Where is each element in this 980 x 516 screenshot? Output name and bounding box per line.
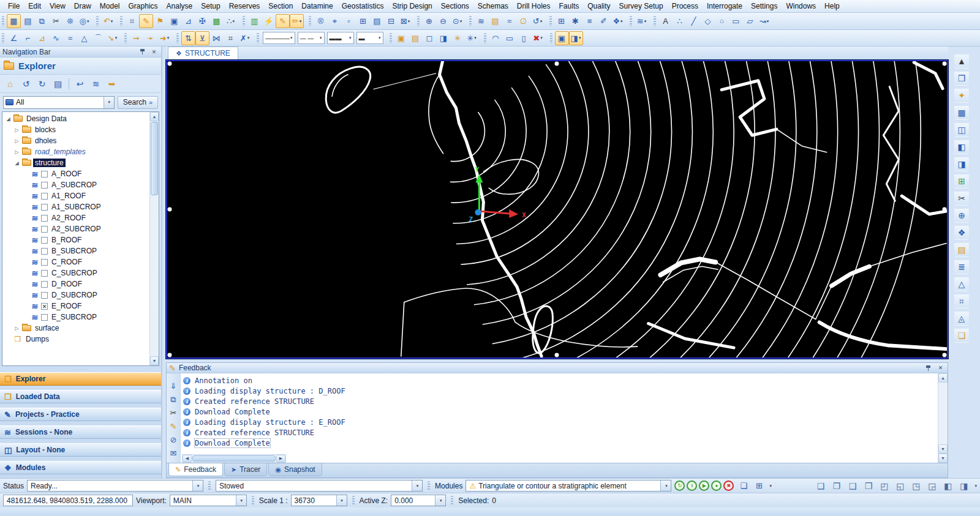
right-toolbar-icon[interactable]: ⊕	[954, 208, 969, 223]
toolbar-icon[interactable]: ⊻	[195, 31, 209, 45]
panel-button-modules[interactable]: ❖Modules	[0, 461, 161, 474]
toolbar-grip-handle[interactable]	[243, 16, 245, 26]
toolbar-icon[interactable]: ≋	[474, 14, 488, 28]
view-cube-icon[interactable]: ◰	[877, 479, 891, 492]
filter-dropdown[interactable]: All ▾	[3, 96, 115, 109]
chevron-down-icon[interactable]: ▾	[192, 480, 203, 491]
toolbar-icon[interactable]: ⊠▾	[398, 14, 412, 28]
toolbar-icon[interactable]: ▤	[488, 14, 502, 28]
panel-button-layout-none[interactable]: ◫Layout - None	[0, 443, 161, 457]
expander-icon[interactable]: ◢	[5, 116, 12, 122]
playback-control-button[interactable]: ●	[711, 480, 722, 491]
toolbar-icon[interactable]: ↺▾	[530, 14, 545, 28]
toolbar-grip-handle[interactable]	[257, 33, 259, 43]
toolbar-icon[interactable]: ∿	[49, 31, 63, 45]
tree-item-road-templates[interactable]: ▷road_templates	[2, 146, 149, 157]
nav-toolbar-icon[interactable]: ▤	[50, 77, 66, 91]
toolbar-icon[interactable]: ◨▾	[569, 31, 583, 45]
feedback-tool-icon[interactable]: ⇓	[168, 381, 179, 391]
panel-splitter[interactable]: ·····	[0, 366, 161, 372]
tree-item-d-subcrop[interactable]: ≋D_SUBCROP	[2, 290, 149, 301]
toolbar-icon[interactable]: ⌒	[91, 31, 105, 45]
statusbar-grip[interactable]	[428, 481, 430, 491]
viewport-handle[interactable]	[167, 353, 172, 357]
playback-control-button[interactable]: ↻	[674, 480, 685, 491]
right-toolbar-icon[interactable]: ◧	[954, 140, 969, 154]
scrollbar-track[interactable]	[150, 196, 159, 356]
scroll-down-icon[interactable]: ▼	[938, 454, 948, 463]
statusbar-tool-icon[interactable]: ⊞	[752, 479, 766, 492]
toolbar-icon[interactable]: ◻	[423, 31, 437, 45]
toolbar-icon[interactable]: ∴	[673, 14, 687, 28]
toolbar-icon[interactable]: ➘▾	[105, 31, 119, 45]
nav-toolbar-icon[interactable]: ⌂	[2, 77, 18, 91]
scrollbar-track[interactable]	[938, 383, 948, 444]
toolbar-icon[interactable]: ▩	[209, 14, 224, 28]
menu-process[interactable]: Process	[668, 1, 703, 12]
toolbar-icon[interactable]: ⊞	[554, 14, 568, 28]
menu-analyse[interactable]: Analyse	[162, 1, 197, 12]
tree-item-c-roof[interactable]: ≋C_ROOF	[2, 256, 149, 267]
scroll-up-icon[interactable]: ▲	[938, 373, 948, 383]
layer-checkbox[interactable]	[41, 270, 48, 277]
view-cube-icon[interactable]: ❐	[829, 479, 843, 492]
tree-item-a1-roof[interactable]: ≋A1_ROOF	[2, 190, 149, 201]
toolbar-icon[interactable]: ⊙▾	[450, 14, 464, 28]
viewport-handle[interactable]	[943, 353, 947, 357]
pin-icon[interactable]	[924, 364, 933, 372]
viewport-handle[interactable]	[943, 61, 947, 65]
scrollbar-thumb[interactable]	[151, 122, 158, 195]
toolbar-icon[interactable]: ▦	[7, 14, 21, 28]
view-cube-icon[interactable]: ❏	[813, 479, 827, 492]
scroll-right-icon[interactable]: ▶	[276, 455, 285, 462]
nav-toolbar-icon[interactable]: ➥	[104, 77, 119, 91]
tree-item-d-roof[interactable]: ≋D_ROOF	[2, 279, 149, 290]
nav-toolbar-icon[interactable]: ↺	[18, 77, 34, 91]
menu-help[interactable]: Help	[820, 1, 844, 12]
toolbar-icon[interactable]: ⊖	[436, 14, 450, 28]
statusbar-grip[interactable]	[252, 496, 254, 506]
toolbar-icon[interactable]: ▤	[21, 14, 35, 28]
feedback-tool-icon[interactable]: ⧉	[168, 394, 179, 405]
toolbar-icon[interactable]: ❊	[63, 14, 77, 28]
scroll-left-icon[interactable]: ◀	[183, 455, 192, 462]
layer-checkbox[interactable]	[41, 215, 48, 222]
toolbar-grip-handle[interactable]	[96, 16, 99, 26]
search-button[interactable]: Search »	[118, 96, 158, 109]
right-toolbar-icon[interactable]: ▤	[954, 242, 969, 257]
right-toolbar-icon[interactable]: ⌗	[954, 294, 969, 308]
right-toolbar-icon[interactable]: ❐	[954, 71, 969, 86]
menu-geostatistics[interactable]: Geostatistics	[337, 1, 388, 12]
toolbar-icon[interactable]: ○	[715, 14, 729, 28]
toolbar-icon[interactable]: ®	[314, 14, 328, 28]
toolbar-grip-handle[interactable]	[309, 16, 311, 26]
layer-checkbox[interactable]	[41, 193, 48, 200]
right-toolbar-icon[interactable]: ❏	[954, 328, 969, 343]
panel-button-loaded-data[interactable]: ❒Loaded Data	[0, 390, 161, 403]
line-style-select[interactable]: — —▾	[298, 32, 325, 44]
toolbar-icon[interactable]: ⧉	[35, 14, 49, 28]
menu-graphics[interactable]: Graphics	[124, 1, 162, 12]
tree-item-e-subcrop[interactable]: ≋E_SUBCROP	[2, 312, 149, 323]
viewport-handle[interactable]	[555, 353, 559, 357]
toolbar-icon[interactable]: ✂	[49, 14, 63, 28]
right-toolbar-icon[interactable]: ❖	[954, 225, 969, 240]
tab-feedback[interactable]: ✎Feedback	[168, 463, 223, 476]
menu-drill-holes[interactable]: Drill Holes	[513, 1, 555, 12]
toolbar-icon[interactable]: ⌖	[328, 14, 342, 28]
toolbar-icon[interactable]: ◨	[437, 31, 451, 45]
menu-windows[interactable]: Windows	[782, 1, 820, 12]
close-icon[interactable]: ✕	[936, 364, 945, 372]
scroll-down-icon[interactable]: ▼	[938, 444, 948, 454]
expander-icon[interactable]: ▷	[13, 127, 20, 133]
toolbar-icon[interactable]: ◎▾	[77, 14, 91, 28]
toolbar-icon[interactable]: ⋈	[209, 31, 224, 45]
tree-item-a-roof[interactable]: ≋A_ROOF	[2, 168, 149, 179]
toolbar-grip-handle[interactable]	[124, 33, 127, 43]
view-cube-icon[interactable]: ❒	[861, 479, 875, 492]
toolbar-icon[interactable]: ◠	[489, 31, 503, 45]
menu-reserves[interactable]: Reserves	[225, 1, 265, 12]
toolbar-icon[interactable]: ▣	[394, 31, 409, 45]
layer-checkbox[interactable]	[41, 314, 48, 321]
toolbar-icon[interactable]: ⌗	[224, 31, 238, 45]
